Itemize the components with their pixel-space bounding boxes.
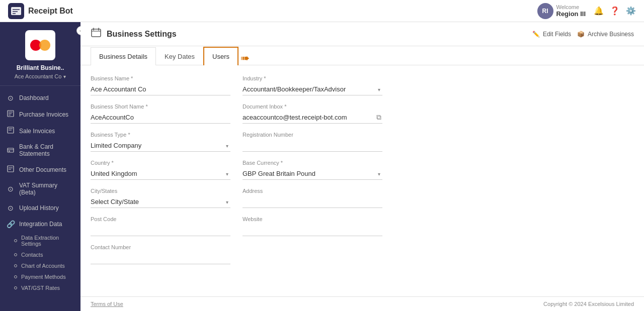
- sidebar-item-purchase-invoices[interactable]: Purchase Invoices: [0, 106, 80, 123]
- sidebar-item-integration-data[interactable]: 🔗 Integration Data: [0, 216, 80, 232]
- contact-number-input[interactable]: [91, 252, 230, 264]
- registration-number-label: Registration Number: [243, 132, 382, 138]
- sidebar-item-dashboard[interactable]: ⊙ Dashboard: [0, 90, 80, 106]
- sidebar-sub-item-payment-methods[interactable]: Payment Methods: [4, 271, 80, 282]
- sub-dot-icon: [14, 253, 17, 256]
- welcome-label: Welcome: [556, 4, 586, 10]
- header-icons: 🔔 ❓ ⚙️: [594, 6, 636, 16]
- business-short-name-label: Business Short Name *: [91, 103, 230, 110]
- city-state-select[interactable]: Select City/State: [91, 196, 230, 208]
- sub-dot-icon: [14, 239, 17, 242]
- page-actions: ✏️ Edit Fields 📦 Archive Business: [532, 31, 634, 38]
- sidebar-item-label: Sale Invoices: [19, 128, 55, 135]
- field-registration-number: Registration Number: [243, 132, 382, 152]
- terms-of-use-link[interactable]: Terms of Use: [91, 301, 123, 307]
- website-input[interactable]: [243, 224, 382, 236]
- post-code-label: Post Code: [91, 216, 230, 222]
- header-right: RI Welcome Region III 🔔 ❓ ⚙️: [537, 3, 636, 19]
- sidebar-sub-label: Payment Methods: [21, 274, 66, 280]
- website-label: Website: [243, 216, 382, 222]
- sidebar-item-label: Integration Data: [19, 221, 62, 228]
- contact-number-label: Contact Number: [91, 244, 230, 250]
- sidebar-item-label: Bank & Card Statements: [19, 143, 74, 157]
- sub-dot-icon: [14, 264, 17, 267]
- business-short-name-input[interactable]: [91, 112, 230, 124]
- content-area: Business Settings ✏️ Edit Fields 📦 Archi…: [80, 22, 644, 311]
- address-label: Address: [243, 188, 382, 194]
- edit-fields-label: Edit Fields: [543, 31, 571, 38]
- logo-area: Receipt Bot: [8, 3, 73, 19]
- sidebar-sub-item-vat-gst[interactable]: VAT/GST Rates: [4, 282, 80, 293]
- copy-icon[interactable]: ⧉: [375, 113, 382, 122]
- notifications-button[interactable]: 🔔: [594, 6, 604, 16]
- sidebar-item-bank-card[interactable]: Bank & Card Statements: [0, 139, 80, 161]
- sidebar-business-name: Brilliant Busine..: [17, 64, 64, 71]
- tab-users[interactable]: Users: [203, 47, 238, 65]
- upload-history-icon: ⊙: [6, 204, 15, 212]
- sidebar-item-vat-summary[interactable]: ⊙ VAT Summary (Beta): [0, 178, 80, 200]
- sidebar-sub-item-contacts[interactable]: Contacts: [4, 249, 80, 260]
- sidebar-sub-items: Data Extraction Settings Contacts Chart …: [0, 232, 80, 293]
- sub-dot-icon: [14, 275, 17, 278]
- page-title: Business Settings: [107, 30, 177, 39]
- business-name-label: Business Name *: [91, 75, 230, 81]
- sidebar-sub-item-data-extraction[interactable]: Data Extraction Settings: [4, 232, 80, 249]
- field-business-name: Business Name *: [91, 75, 230, 95]
- sidebar-item-other-documents[interactable]: Other Documents: [0, 161, 80, 178]
- sidebar-sub-label: Chart of Accounts: [21, 263, 65, 269]
- form-area: Business Name * Industry * Accountant/Bo…: [80, 65, 644, 296]
- post-code-input[interactable]: [91, 224, 230, 236]
- archive-business-button[interactable]: 📦 Archive Business: [577, 31, 634, 38]
- field-address: Address: [243, 188, 382, 208]
- tab-label: Business Details: [99, 53, 147, 60]
- sidebar-item-label: Dashboard: [19, 94, 49, 101]
- address-input[interactable]: [243, 196, 382, 208]
- page-title-area: Business Settings: [91, 27, 177, 41]
- sidebar-item-upload-history[interactable]: ⊙ Upload History: [0, 200, 80, 216]
- sidebar-sub-label: Contacts: [21, 252, 43, 258]
- sidebar-item-label: Purchase Invoices: [19, 111, 68, 118]
- purchase-invoices-icon: [6, 110, 15, 119]
- sidebar-sub-label: Data Extraction Settings: [21, 235, 74, 247]
- industry-select-wrapper: Accountant/Bookkeeper/TaxAdvisor ▾: [243, 83, 382, 95]
- sidebar-business-selector-label: Ace Accountant Co: [15, 73, 62, 79]
- field-post-code: Post Code: [91, 216, 230, 236]
- sidebar-business-selector[interactable]: Ace Accountant Co ▾: [15, 73, 66, 79]
- registration-number-input[interactable]: [243, 140, 382, 152]
- users-tab-arrow: ➠: [240, 52, 250, 65]
- industry-select[interactable]: Accountant/Bookkeeper/TaxAdvisor: [243, 83, 382, 95]
- base-currency-select[interactable]: GBP Great Britain Pound: [243, 168, 382, 180]
- document-inbox-label: Document Inbox *: [243, 103, 382, 110]
- bank-icon: [6, 146, 15, 155]
- industry-label: Industry *: [243, 75, 382, 81]
- tabs-bar: Business Details Key Dates Users ➠: [80, 46, 644, 65]
- edit-fields-icon: ✏️: [532, 31, 540, 38]
- copyright-text: Copyright © 2024 Excelsious Limited: [543, 301, 634, 307]
- page-header: Business Settings ✏️ Edit Fields 📦 Archi…: [80, 22, 644, 46]
- business-type-select[interactable]: Limited Company: [91, 140, 230, 152]
- document-inbox-input[interactable]: [243, 112, 375, 123]
- sale-invoices-icon: [6, 127, 15, 135]
- country-label: Country *: [91, 160, 230, 166]
- country-select[interactable]: United Kingdom: [91, 168, 230, 180]
- tab-business-details[interactable]: Business Details: [91, 47, 156, 65]
- sidebar-nav: ⊙ Dashboard Purchase Invoices Sale Invoi…: [0, 86, 80, 311]
- field-business-short-name: Business Short Name *: [91, 103, 230, 124]
- sidebar-sub-item-chart-of-accounts[interactable]: Chart of Accounts: [4, 260, 80, 271]
- top-header: Receipt Bot RI Welcome Region III 🔔 ❓ ⚙️: [0, 0, 644, 22]
- help-button[interactable]: ❓: [610, 6, 620, 16]
- field-industry: Industry * Accountant/Bookkeeper/TaxAdvi…: [243, 75, 382, 95]
- field-website: Website: [243, 216, 382, 236]
- settings-button[interactable]: ⚙️: [626, 6, 636, 16]
- business-name-input[interactable]: [91, 83, 230, 95]
- tab-label: Users: [212, 53, 229, 60]
- avatar: RI: [537, 3, 553, 19]
- field-contact-number: Contact Number: [91, 244, 230, 264]
- mc-circle-right: [39, 40, 50, 51]
- chevron-down-icon: ▾: [63, 74, 66, 79]
- tab-key-dates[interactable]: Key Dates: [156, 47, 203, 65]
- field-business-type: Business Type * Limited Company ▾: [91, 132, 230, 152]
- sub-dot-icon: [14, 286, 17, 289]
- edit-fields-button[interactable]: ✏️ Edit Fields: [532, 31, 571, 38]
- sidebar-item-sale-invoices[interactable]: Sale Invoices: [0, 123, 80, 139]
